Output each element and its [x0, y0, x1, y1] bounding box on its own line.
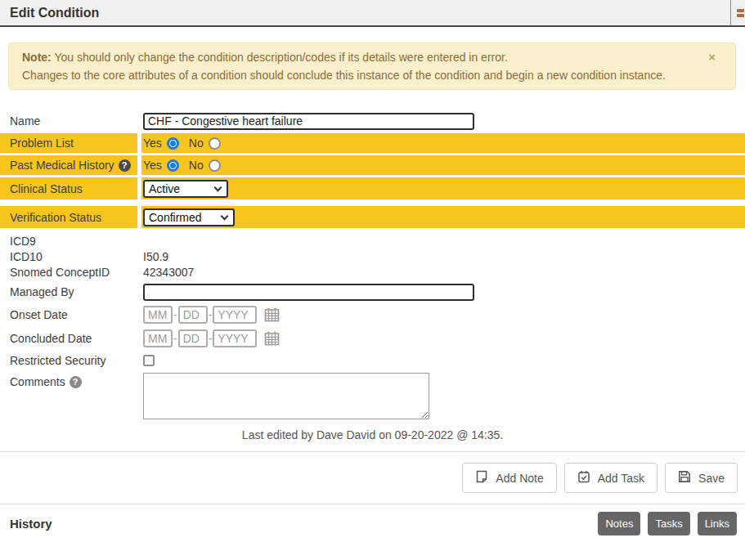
problem-list-no-radio[interactable]	[209, 137, 221, 150]
pmh-yes-label: Yes	[143, 159, 162, 172]
note-banner-label: Note:	[22, 51, 52, 64]
condition-form: Name Problem List Yes No Past Medical Hi…	[0, 110, 745, 441]
name-row: Name	[0, 110, 745, 132]
onset-month-input[interactable]	[143, 306, 173, 324]
past-medical-history-label: Past Medical History	[10, 159, 114, 172]
panel-header: Edit Condition	[0, 0, 745, 27]
note-icon	[475, 470, 488, 486]
problem-list-label: Problem List	[0, 133, 137, 153]
date-separator: -	[209, 308, 213, 321]
restricted-security-label: Restricted Security	[0, 352, 137, 369]
history-title: History	[10, 517, 52, 531]
concluded-date-label: Concluded Date	[0, 329, 137, 348]
close-icon[interactable]: ×	[708, 52, 716, 63]
problem-list-row: Problem List Yes No	[0, 133, 745, 153]
add-task-button[interactable]: Add Task	[564, 463, 657, 493]
pmh-no-radio[interactable]	[209, 159, 221, 172]
icd10-value: I50.9	[141, 249, 745, 264]
pmh-yes-radio[interactable]	[167, 159, 179, 172]
save-label: Save	[698, 472, 725, 485]
menu-bar-icon	[737, 14, 744, 17]
task-calendar-icon	[577, 470, 590, 486]
date-separator: -	[173, 308, 177, 321]
menu-icon[interactable]	[730, 0, 745, 25]
concluded-day-input[interactable]	[178, 329, 208, 347]
comments-label: Comments	[10, 375, 65, 388]
action-bar: Add Note Add Task Save	[0, 452, 745, 504]
tasks-button[interactable]: Tasks	[648, 512, 689, 535]
snomed-row: Snomed ConceptID 42343007	[0, 264, 745, 280]
add-note-label: Add Note	[496, 472, 543, 485]
comments-textarea[interactable]	[143, 373, 429, 419]
name-label: Name	[0, 110, 137, 132]
add-task-label: Add Task	[598, 472, 644, 485]
edit-condition-panel: Edit Condition Note: You should only cha…	[0, 0, 745, 560]
add-note-button[interactable]: Add Note	[462, 463, 556, 493]
concluded-month-input[interactable]	[143, 329, 173, 347]
note-banner: Note: You should only change the conditi…	[8, 43, 736, 90]
comments-row: Comments ?	[0, 373, 745, 422]
notes-button[interactable]: Notes	[598, 512, 640, 535]
clinical-status-row: Clinical Status Active	[0, 177, 745, 199]
verification-status-row: Verification Status Confirmed	[0, 206, 745, 228]
date-separator: -	[209, 332, 213, 345]
managed-by-input[interactable]	[143, 284, 474, 301]
onset-date-label: Onset Date	[0, 305, 137, 325]
icd9-value	[141, 233, 745, 249]
menu-bar-icon	[737, 9, 744, 12]
verification-status-label: Verification Status	[0, 206, 137, 228]
onset-year-input[interactable]	[213, 306, 257, 324]
icd9-label: ICD9	[0, 233, 137, 249]
name-input[interactable]	[143, 113, 474, 130]
onset-date-row: Onset Date - -	[0, 305, 745, 325]
problem-list-yes-label: Yes	[143, 137, 162, 150]
last-edited-text: Last edited by Dave David on 09-20-2022 …	[0, 428, 745, 441]
restricted-security-checkbox[interactable]	[143, 355, 155, 366]
note-banner-text-1: You should only change the condition des…	[52, 51, 508, 64]
restricted-security-row: Restricted Security	[0, 352, 745, 369]
save-icon	[678, 470, 691, 486]
managed-by-label: Managed By	[0, 282, 137, 302]
page-title: Edit Condition	[10, 6, 99, 20]
concluded-date-row: Concluded Date - -	[0, 329, 745, 348]
note-banner-text-2: Changes to the core attributes of a cond…	[22, 69, 666, 82]
save-button[interactable]: Save	[665, 463, 738, 493]
onset-day-input[interactable]	[178, 306, 208, 324]
pmh-no-label: No	[189, 159, 204, 172]
help-icon[interactable]: ?	[119, 159, 131, 172]
verification-status-select[interactable]: Confirmed	[143, 208, 235, 226]
icd10-row: ICD10 I50.9	[0, 249, 745, 264]
problem-list-yes-radio[interactable]	[167, 137, 179, 150]
help-icon[interactable]: ?	[70, 376, 82, 388]
concluded-year-input[interactable]	[213, 329, 257, 347]
past-medical-history-row: Past Medical History ? Yes No	[0, 155, 745, 175]
clinical-status-select[interactable]: Active	[143, 180, 228, 198]
icd9-row: ICD9	[0, 233, 745, 249]
clinical-status-label: Clinical Status	[0, 177, 137, 199]
calendar-icon[interactable]	[264, 331, 280, 346]
managed-by-row: Managed By	[0, 282, 745, 302]
icd10-label: ICD10	[0, 249, 137, 264]
date-separator: -	[173, 332, 177, 345]
problem-list-no-label: No	[189, 137, 204, 150]
links-button[interactable]: Links	[698, 512, 737, 535]
calendar-icon[interactable]	[264, 307, 280, 322]
snomed-label: Snomed ConceptID	[0, 264, 137, 280]
snomed-value: 42343007	[141, 264, 745, 280]
history-section: History Notes Tasks Links	[0, 504, 745, 535]
